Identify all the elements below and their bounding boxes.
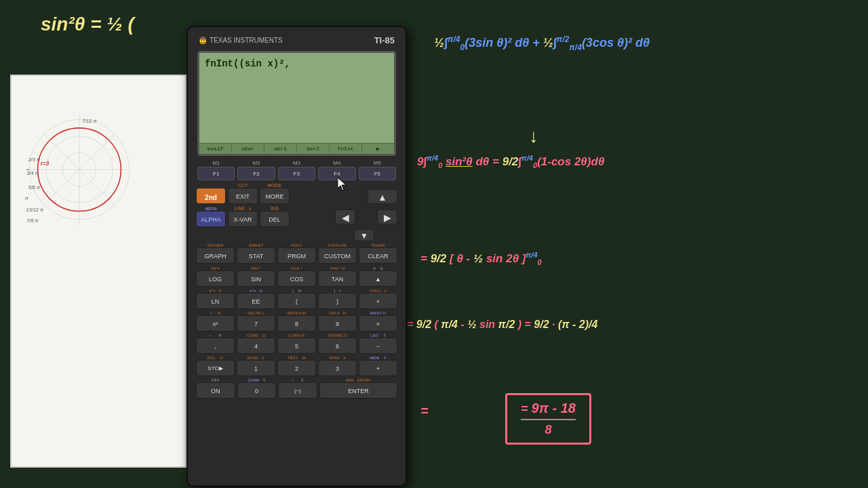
math-line2: 9∫π/40 sin²θ dθ = 9/2∫π/40(1-cos 2θ)dθ — [417, 152, 604, 172]
7-button[interactable]: 7 — [237, 315, 275, 331]
mem-plus-button[interactable]: + — [359, 360, 397, 376]
menu-der1[interactable]: der1 — [264, 145, 297, 152]
mouse-cursor — [338, 178, 349, 188]
more-button[interactable]: MORE — [260, 188, 290, 204]
xvar-button[interactable]: X-VAR — [228, 211, 258, 227]
btn-row-9: OFF ON CHAR Y 0 − Z (−) ANS ENTRY ENTER — [196, 378, 397, 399]
multiply-button[interactable]: × — [359, 315, 397, 331]
6-button[interactable]: 6 — [318, 338, 357, 354]
calc-brand: 🤠 TEXAS INSTRUMENTS — [199, 37, 283, 44]
f2-button[interactable]: F2 — [237, 167, 275, 180]
calculator: 🤠 TEXAS INSTRUMENTS TI-85 fnInt((sin x)²… — [186, 26, 407, 487]
svg-text:2/3 π: 2/3 π — [28, 157, 41, 163]
menu-evalf[interactable]: evalF — [199, 145, 232, 152]
screen-menu-bar: evalF nDer der1 der2 fnInt ▶ — [199, 143, 394, 154]
fkey-m3: M3 F3 — [278, 160, 315, 180]
cos-button[interactable]: COS — [277, 270, 316, 287]
whiteboard-panel: 7/12 π 2/3 π 3/4 π 5/6 π π 13/12 π 7/6 π… — [10, 75, 186, 468]
down-arrow-button[interactable]: ▼ — [354, 229, 374, 241]
brand-name: TEXAS INSTRUMENTS — [210, 37, 283, 44]
math-line5-box: = 9π - 18 8 — [505, 393, 591, 445]
math-line3: = 9/2 [ θ - ½ sin 2θ ]π/40 — [420, 251, 542, 266]
f1-button[interactable]: F1 — [197, 167, 235, 180]
svg-text:5/6 π: 5/6 π — [28, 184, 41, 190]
prgm-button[interactable]: PRGM — [277, 247, 316, 264]
m5-label: M5 — [374, 160, 381, 166]
on-button[interactable]: ON — [196, 382, 235, 399]
3-button[interactable]: 3 — [318, 360, 357, 376]
btn-row-5: e^x F LN e^x G EE [ H ( ] I ) CALC J + — [196, 289, 397, 309]
btn-row-1: 2nd CUT EXIT MODE MORE ▲ — [196, 183, 397, 204]
fkey-m2: M2 F2 — [237, 160, 275, 180]
svg-text:7/12 π: 7/12 π — [82, 118, 97, 124]
btn-row-3: SOLVER GRAPH SIMULT STAT POLY PRGM CATAL… — [196, 243, 397, 264]
f4-button[interactable]: F4 — [318, 167, 355, 180]
tan-button[interactable]: TAN — [318, 270, 357, 287]
m1-label: M1 — [212, 160, 220, 166]
fkey-row: M1 F1 M2 F2 M3 F3 M4 F4 M5 F5 — [197, 160, 396, 180]
top-left-math: sin²θ = ½ ( — [41, 14, 134, 35]
menu-nder[interactable]: nDer — [232, 145, 264, 152]
alpha-button[interactable]: ALPHA — [196, 211, 226, 227]
2-button[interactable]: 2 — [277, 360, 316, 376]
calc-model: TI-85 — [374, 35, 395, 45]
m3-label: M3 — [293, 160, 300, 166]
button-area: 2nd CUT EXIT MODE MORE ▲ alpha — [193, 182, 400, 402]
8-button[interactable]: 8 — [277, 315, 316, 331]
clear-button[interactable]: CLEAR — [359, 247, 397, 264]
svg-marker-17 — [338, 178, 346, 190]
open-paren-button[interactable]: ( — [277, 293, 316, 309]
fkey-m4: M4 F4 — [318, 160, 355, 180]
equals-before-box: = — [420, 403, 429, 419]
svg-text:π: π — [25, 195, 29, 201]
custom-button[interactable]: CUSTOM — [318, 247, 357, 264]
m2-label: M2 — [253, 160, 260, 166]
close-paren-button[interactable]: ) — [318, 293, 357, 309]
down-arrow: ↓ — [529, 125, 538, 147]
fkey-m1: M1 F1 — [197, 160, 235, 180]
4-button[interactable]: 4 — [237, 338, 275, 354]
stat-button[interactable]: STAT — [237, 247, 275, 264]
up-pi-button[interactable]: ▲ — [359, 270, 397, 287]
menu-der2[interactable]: der2 — [297, 145, 330, 152]
menu-fnint[interactable]: fnInt — [330, 145, 362, 152]
x2-button[interactable]: x² — [196, 315, 235, 331]
sto-button[interactable]: STO▶ — [196, 360, 235, 376]
comma-button[interactable]: , — [196, 338, 235, 354]
5-button[interactable]: 5 — [277, 338, 316, 354]
svg-text:3/4 π: 3/4 π — [26, 170, 39, 176]
sin-button[interactable]: SIN — [237, 270, 275, 287]
ln-button[interactable]: LN — [196, 293, 235, 309]
0-button[interactable]: 0 — [237, 382, 277, 399]
left-arrow-button[interactable]: ◀ — [335, 209, 355, 224]
btn-row-4: 10^x LOG SIN⁻¹ SIN COS⁻¹ COS TAN⁻¹ D TAN… — [196, 266, 397, 287]
up-arrow-button[interactable]: ▲ — [368, 189, 397, 204]
f3-button[interactable]: F3 — [278, 167, 315, 180]
ti-logo-icon: 🤠 — [199, 37, 207, 44]
9-button[interactable]: 9 — [318, 315, 357, 331]
del-button[interactable]: DEL — [260, 211, 290, 227]
graph-button[interactable]: GRAPH — [196, 247, 235, 264]
enter-button[interactable]: ENTER — [319, 382, 397, 399]
1-button[interactable]: 1 — [237, 360, 275, 376]
btn-row-2: alpha ALPHA LINK x X-VAR INS DEL ◀ ▶ — [196, 206, 397, 227]
btn-row-6: √ K x² VECTR L 7 MATRX M 8 CPLX N 9 MATH… — [196, 311, 397, 331]
minus-button[interactable]: − — [359, 338, 397, 354]
neg-button[interactable]: (−) — [278, 382, 317, 399]
screen-text: fnInt((sin x)², — [205, 58, 389, 69]
svg-text:7/6 π: 7/6 π — [26, 218, 39, 224]
log-button[interactable]: LOG — [196, 270, 235, 287]
menu-more[interactable]: ▶ — [362, 145, 394, 152]
plus-button[interactable]: + — [359, 293, 397, 309]
btn-row-8: RCL U STO▶ BASE V 1 TEST W 2 VARS X 3 ME… — [196, 356, 397, 376]
btn-row-7: ÷ P , CONS Q 4 CONV R 5 STRING S 6 LIST … — [196, 333, 397, 354]
ee-button[interactable]: EE — [237, 293, 275, 309]
f5-button[interactable]: F5 — [359, 167, 396, 180]
exit-button[interactable]: EXIT — [228, 188, 258, 204]
calculator-screen: fnInt((sin x)², evalF nDer der1 der2 fnI… — [197, 51, 396, 156]
svg-text:13/12 π: 13/12 π — [26, 207, 43, 213]
math-integrals-top: ½∫π/40(3sin θ)² dθ + ½∫π/2π/4(3cos θ)² d… — [434, 34, 650, 53]
right-arrow-button[interactable]: ▶ — [377, 209, 397, 224]
2nd-button[interactable]: 2nd — [196, 188, 226, 204]
fkey-m5: M5 F5 — [359, 160, 396, 180]
